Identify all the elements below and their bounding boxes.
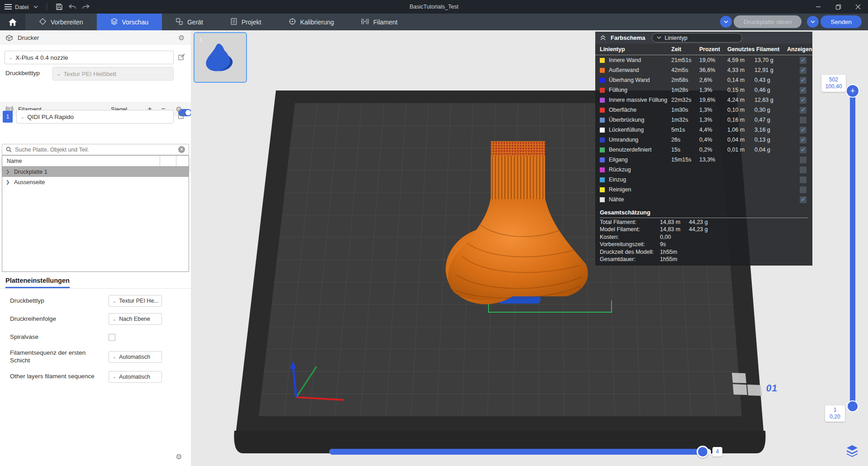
slice-dropdown-button[interactable] [720,16,732,28]
show-line-type-checkbox[interactable] [800,157,806,163]
layer-slider-bottom-handle[interactable] [847,400,859,412]
layers-view-icon[interactable] [845,444,859,457]
line-type-color-swatch [600,197,605,202]
show-line-type-checkbox[interactable]: ✓ [800,77,806,84]
show-line-type-checkbox[interactable]: ✓ [800,127,806,133]
plate-setting-select[interactable]: ⌄Textur PEI He... [109,295,162,307]
search-box: ✕ [2,144,189,155]
plate-setting-select[interactable]: ⌄Nach Ebene [109,313,162,325]
show-line-type-checkbox[interactable]: ✓ [800,57,806,64]
send-dropdown-button[interactable] [807,16,819,28]
prepare-icon [39,18,47,27]
chevron-down-icon [657,36,661,39]
total-row: Gesamtdauer:1h55m [600,256,808,263]
nav-tab-vorschau[interactable]: Vorschau [97,14,162,30]
minimize-button[interactable] [808,0,828,14]
nav-tab-vorbereiten[interactable]: Vorbereiten [25,14,97,30]
show-line-type-checkbox[interactable]: ✓ [800,97,806,104]
line-type-color-swatch [600,128,605,133]
send-button[interactable]: Senden [821,15,862,28]
step-slider-track[interactable] [329,449,711,455]
filament-select-value: QIDI PLA Rapido [27,114,74,120]
show-line-type-checkbox[interactable]: ✓ [800,137,806,143]
color-scheme-title: Farbschema [611,34,645,41]
main-nav: VorbereitenVorschauGerätProjektKalibrier… [0,14,868,30]
layer-slider-top-handle[interactable]: + [846,84,859,98]
line-type-row: Eilgang15m15s13,3% [595,155,812,165]
line-type-color-swatch [600,118,605,123]
plate-setting-row: Druckbetttyp⌄Textur PEI He... [10,295,191,307]
show-line-type-checkbox[interactable]: ✓ [800,87,806,94]
home-button[interactable] [0,14,25,30]
redo-icon[interactable] [81,3,90,10]
sidebar: Drucker ⚙ ⌄X-Plus 4 0.4 nozzle Druckbett… [0,30,191,466]
show-line-type-checkbox[interactable]: ✓ [800,196,806,203]
line-type-color-swatch [600,68,605,73]
file-menu-label: Datei [15,4,28,10]
filament-settings-gear-icon[interactable]: ⚙ [175,105,182,114]
step-slider-fill [329,449,703,455]
step-slider-handle[interactable] [697,446,709,458]
edit-filament-icon[interactable] [178,113,185,120]
close-button[interactable] [848,0,868,14]
plate-setting-select[interactable]: ⌄Automatisch [109,351,162,363]
plate-setting-row: Spiralvase [10,331,191,343]
show-line-type-checkbox[interactable]: ✓ [800,147,806,153]
color-scheme-panel: Farbschema Linientyp Linientyp Zeit Proz… [595,32,812,266]
chevron-down-icon[interactable] [33,5,38,9]
plate-setting-row: Druckreihenfolge⌄Nach Ebene [10,313,191,325]
nav-tab-gerät[interactable]: Gerät [162,14,217,30]
layer-slider-track[interactable] [850,88,855,407]
file-menu[interactable]: Datei [5,4,28,10]
tree-row[interactable]: ❯Aussenseite [2,177,189,187]
slice-plate-button[interactable]: Druckplatte slicen [734,15,802,28]
window-title: BasicTutorials_Test [0,4,868,10]
edit-printer-icon[interactable] [178,54,185,61]
nav-tab-filament[interactable]: Filament [347,14,411,30]
collapse-panel-icon[interactable] [600,35,606,41]
save-icon[interactable] [55,3,63,11]
expand-chevron-icon[interactable]: ❯ [6,169,10,174]
show-line-type-checkbox[interactable] [800,117,806,124]
total-row: Vorbereitungszeit:9s [600,241,808,248]
sidebar-bottom-gear-icon[interactable]: ⚙ [175,452,182,461]
object-tree: Name ❯Druckplatte 1❯Aussenseite [2,155,189,272]
show-line-type-checkbox[interactable] [800,166,806,173]
nav-tab-projekt[interactable]: Projekt [217,14,275,30]
tree-row[interactable]: ❯Druckplatte 1 [2,166,189,177]
restore-button[interactable] [828,0,848,14]
line-type-color-swatch [600,78,605,83]
plate-settings-title[interactable]: Platteneinstellungen [5,277,70,288]
printer-section-header: Drucker ⚙ [0,30,191,45]
line-type-row: Außenwand42m5s36,6%4,33 m12,91 g✓ [595,65,812,75]
printer-settings-gear-icon[interactable]: ⚙ [178,33,185,42]
plate-setting-select[interactable]: ⌄Automatisch [109,371,162,383]
show-line-type-checkbox[interactable] [800,176,806,183]
bed-type-select[interactable]: ⌄Textur PEI Heißbett [52,67,174,81]
color-scheme-mode-select[interactable]: Linientyp [652,33,742,43]
plate-thumbnail[interactable]: 1 [194,32,247,83]
line-type-color-swatch [600,58,605,63]
color-scheme-mode-value: Linientyp [665,35,688,41]
clear-search-icon[interactable]: ✕ [178,146,185,153]
printer-select[interactable]: ⌄X-Plus 4 0.4 nozzle [5,51,174,64]
spiral-vase-checkbox[interactable] [109,334,115,341]
show-line-type-checkbox[interactable] [800,186,806,193]
line-type-color-swatch [600,157,605,162]
expand-chevron-icon[interactable]: ❯ [6,180,10,185]
search-input[interactable] [15,147,175,153]
line-type-row: Nähte✓ [595,195,812,204]
step-slider-tooltip: 4 [712,447,722,456]
nav-tab-kalibrierung[interactable]: Kalibrierung [275,14,348,30]
filament-select[interactable]: ⌄QIDI PLA Rapido [16,110,174,124]
show-line-type-checkbox[interactable]: ✓ [800,107,806,114]
line-type-row: Reinigen [595,185,812,195]
undo-icon[interactable] [68,3,77,10]
line-type-color-swatch [600,147,605,152]
line-type-row: Lückenfüllung5m1s4,4%1,06 m3,16 g✓ [595,125,812,135]
line-type-color-swatch [600,98,605,103]
filament-slot-badge[interactable]: 1 [3,111,13,123]
filament-icon [361,18,369,26]
total-row: Total Filament:14,83 m44,23 g [600,219,808,226]
show-line-type-checkbox[interactable]: ✓ [800,67,806,74]
